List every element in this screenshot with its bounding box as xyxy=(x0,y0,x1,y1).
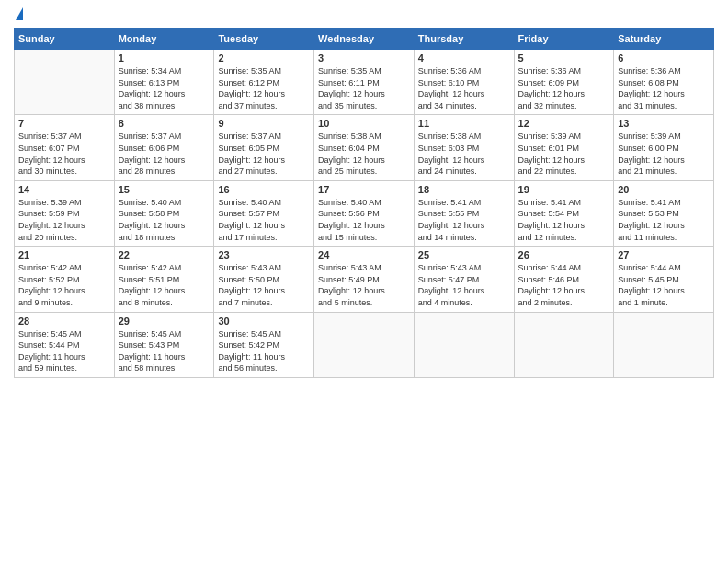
day-number: 16 xyxy=(218,184,310,195)
calendar-cell: 8Sunrise: 5:37 AM Sunset: 6:06 PM Daylig… xyxy=(114,115,214,180)
day-number: 19 xyxy=(518,184,610,195)
day-info: Sunrise: 5:37 AM Sunset: 6:07 PM Dayligh… xyxy=(18,131,110,177)
day-info: Sunrise: 5:38 AM Sunset: 6:04 PM Dayligh… xyxy=(318,131,410,177)
day-number: 23 xyxy=(218,249,310,260)
calendar-cell: 7Sunrise: 5:37 AM Sunset: 6:07 PM Daylig… xyxy=(15,115,115,180)
calendar-cell: 14Sunrise: 5:39 AM Sunset: 5:59 PM Dayli… xyxy=(15,180,115,246)
day-info: Sunrise: 5:39 AM Sunset: 6:00 PM Dayligh… xyxy=(618,131,710,177)
week-row-3: 14Sunrise: 5:39 AM Sunset: 5:59 PM Dayli… xyxy=(15,180,714,246)
day-number: 24 xyxy=(318,249,410,260)
day-number: 6 xyxy=(618,52,710,63)
day-info: Sunrise: 5:43 AM Sunset: 5:50 PM Dayligh… xyxy=(218,262,310,308)
day-number: 11 xyxy=(418,118,510,129)
calendar-cell: 6Sunrise: 5:36 AM Sunset: 6:08 PM Daylig… xyxy=(614,50,714,115)
day-number: 1 xyxy=(119,52,210,63)
day-info: Sunrise: 5:37 AM Sunset: 6:06 PM Dayligh… xyxy=(119,131,210,177)
day-info: Sunrise: 5:43 AM Sunset: 5:49 PM Dayligh… xyxy=(318,262,410,308)
calendar-cell: 3Sunrise: 5:35 AM Sunset: 6:11 PM Daylig… xyxy=(314,50,415,115)
calendar-cell: 24Sunrise: 5:43 AM Sunset: 5:49 PM Dayli… xyxy=(314,247,415,312)
day-info: Sunrise: 5:45 AM Sunset: 5:42 PM Dayligh… xyxy=(218,328,310,374)
day-info: Sunrise: 5:40 AM Sunset: 5:57 PM Dayligh… xyxy=(218,197,310,243)
calendar-cell: 28Sunrise: 5:45 AM Sunset: 5:44 PM Dayli… xyxy=(15,312,115,377)
weekday-header-saturday: Saturday xyxy=(614,29,714,50)
calendar-cell xyxy=(514,312,614,377)
day-number: 9 xyxy=(218,118,310,129)
day-info: Sunrise: 5:41 AM Sunset: 5:55 PM Dayligh… xyxy=(418,197,510,243)
weekday-header-sunday: Sunday xyxy=(15,29,115,50)
day-info: Sunrise: 5:42 AM Sunset: 5:52 PM Dayligh… xyxy=(18,262,110,308)
day-info: Sunrise: 5:37 AM Sunset: 6:05 PM Dayligh… xyxy=(218,131,310,177)
day-info: Sunrise: 5:35 AM Sunset: 6:11 PM Dayligh… xyxy=(318,65,410,111)
week-row-5: 28Sunrise: 5:45 AM Sunset: 5:44 PM Dayli… xyxy=(15,312,714,377)
calendar-cell: 29Sunrise: 5:45 AM Sunset: 5:43 PM Dayli… xyxy=(114,312,214,377)
day-info: Sunrise: 5:45 AM Sunset: 5:44 PM Dayligh… xyxy=(18,328,110,374)
weekday-header-tuesday: Tuesday xyxy=(214,29,314,50)
week-row-4: 21Sunrise: 5:42 AM Sunset: 5:52 PM Dayli… xyxy=(15,247,714,312)
weekday-header-monday: Monday xyxy=(114,29,214,50)
day-number: 27 xyxy=(618,249,710,260)
calendar-cell: 10Sunrise: 5:38 AM Sunset: 6:04 PM Dayli… xyxy=(314,115,415,180)
calendar-cell: 19Sunrise: 5:41 AM Sunset: 5:54 PM Dayli… xyxy=(514,180,614,246)
day-info: Sunrise: 5:39 AM Sunset: 6:01 PM Dayligh… xyxy=(518,131,610,177)
day-number: 29 xyxy=(119,316,210,327)
calendar-cell: 15Sunrise: 5:40 AM Sunset: 5:58 PM Dayli… xyxy=(114,180,214,246)
calendar-cell: 16Sunrise: 5:40 AM Sunset: 5:57 PM Dayli… xyxy=(214,180,314,246)
calendar-cell: 9Sunrise: 5:37 AM Sunset: 6:05 PM Daylig… xyxy=(214,115,314,180)
calendar-cell: 5Sunrise: 5:36 AM Sunset: 6:09 PM Daylig… xyxy=(514,50,614,115)
day-info: Sunrise: 5:35 AM Sunset: 6:12 PM Dayligh… xyxy=(218,65,310,111)
day-number: 21 xyxy=(18,249,110,260)
calendar-cell: 2Sunrise: 5:35 AM Sunset: 6:12 PM Daylig… xyxy=(214,50,314,115)
day-number: 7 xyxy=(18,118,110,129)
day-number: 20 xyxy=(618,184,710,195)
day-number: 13 xyxy=(618,118,710,129)
day-info: Sunrise: 5:39 AM Sunset: 5:59 PM Dayligh… xyxy=(18,197,110,243)
calendar-cell: 13Sunrise: 5:39 AM Sunset: 6:00 PM Dayli… xyxy=(614,115,714,180)
day-number: 8 xyxy=(119,118,210,129)
day-info: Sunrise: 5:41 AM Sunset: 5:53 PM Dayligh… xyxy=(618,197,710,243)
calendar-cell: 27Sunrise: 5:44 AM Sunset: 5:45 PM Dayli… xyxy=(614,247,714,312)
week-row-1: 1Sunrise: 5:34 AM Sunset: 6:13 PM Daylig… xyxy=(15,50,714,115)
day-info: Sunrise: 5:44 AM Sunset: 5:45 PM Dayligh… xyxy=(618,262,710,308)
calendar-cell: 21Sunrise: 5:42 AM Sunset: 5:52 PM Dayli… xyxy=(15,247,115,312)
day-number: 30 xyxy=(218,316,310,327)
calendar-cell: 11Sunrise: 5:38 AM Sunset: 6:03 PM Dayli… xyxy=(414,115,514,180)
calendar-cell: 30Sunrise: 5:45 AM Sunset: 5:42 PM Dayli… xyxy=(214,312,314,377)
day-info: Sunrise: 5:42 AM Sunset: 5:51 PM Dayligh… xyxy=(119,262,210,308)
day-info: Sunrise: 5:38 AM Sunset: 6:03 PM Dayligh… xyxy=(418,131,510,177)
day-number: 3 xyxy=(318,52,410,63)
day-info: Sunrise: 5:41 AM Sunset: 5:54 PM Dayligh… xyxy=(518,197,610,243)
weekday-header-row: SundayMondayTuesdayWednesdayThursdayFrid… xyxy=(15,29,714,50)
day-number: 17 xyxy=(318,184,410,195)
calendar-cell: 18Sunrise: 5:41 AM Sunset: 5:55 PM Dayli… xyxy=(414,180,514,246)
calendar-cell: 23Sunrise: 5:43 AM Sunset: 5:50 PM Dayli… xyxy=(214,247,314,312)
day-info: Sunrise: 5:34 AM Sunset: 6:13 PM Dayligh… xyxy=(119,65,210,111)
day-number: 12 xyxy=(518,118,610,129)
calendar-cell xyxy=(614,312,714,377)
weekday-header-wednesday: Wednesday xyxy=(314,29,415,50)
day-number: 15 xyxy=(119,184,210,195)
week-row-2: 7Sunrise: 5:37 AM Sunset: 6:07 PM Daylig… xyxy=(15,115,714,180)
day-info: Sunrise: 5:36 AM Sunset: 6:09 PM Dayligh… xyxy=(518,65,610,111)
day-number: 5 xyxy=(518,52,610,63)
logo-text xyxy=(14,9,23,22)
page: SundayMondayTuesdayWednesdayThursdayFrid… xyxy=(0,0,728,563)
calendar-cell xyxy=(15,50,115,115)
day-number: 25 xyxy=(418,249,510,260)
day-info: Sunrise: 5:43 AM Sunset: 5:47 PM Dayligh… xyxy=(418,262,510,308)
day-number: 28 xyxy=(18,316,110,327)
day-number: 14 xyxy=(18,184,110,195)
weekday-header-friday: Friday xyxy=(514,29,614,50)
calendar-cell: 26Sunrise: 5:44 AM Sunset: 5:46 PM Dayli… xyxy=(514,247,614,312)
day-info: Sunrise: 5:44 AM Sunset: 5:46 PM Dayligh… xyxy=(518,262,610,308)
day-info: Sunrise: 5:40 AM Sunset: 5:58 PM Dayligh… xyxy=(119,197,210,243)
calendar-cell: 22Sunrise: 5:42 AM Sunset: 5:51 PM Dayli… xyxy=(114,247,214,312)
day-number: 22 xyxy=(119,249,210,260)
calendar-cell xyxy=(414,312,514,377)
calendar-cell: 25Sunrise: 5:43 AM Sunset: 5:47 PM Dayli… xyxy=(414,247,514,312)
calendar-cell: 20Sunrise: 5:41 AM Sunset: 5:53 PM Dayli… xyxy=(614,180,714,246)
day-info: Sunrise: 5:36 AM Sunset: 6:10 PM Dayligh… xyxy=(418,65,510,111)
calendar-cell xyxy=(314,312,415,377)
calendar: SundayMondayTuesdayWednesdayThursdayFrid… xyxy=(14,28,714,378)
day-number: 2 xyxy=(218,52,310,63)
header xyxy=(14,9,714,20)
